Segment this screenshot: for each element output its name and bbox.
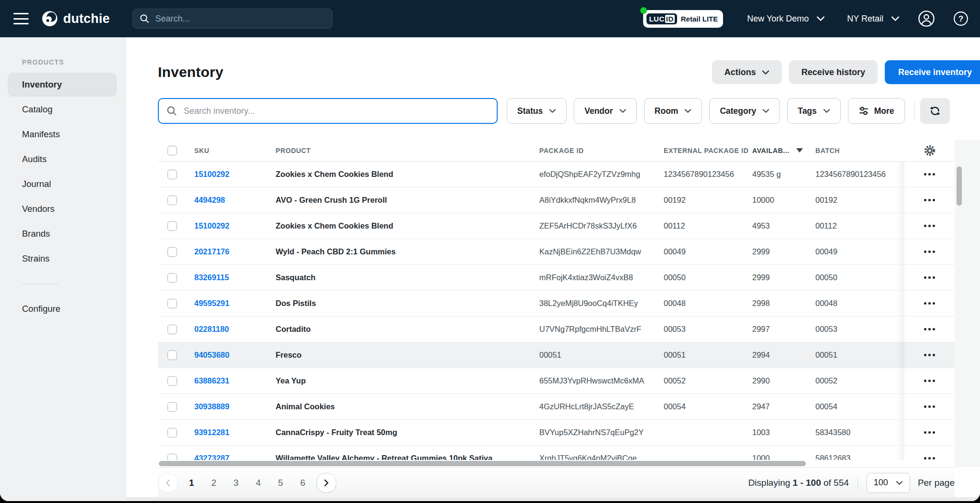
store-selector[interactable]: NY Retail (847, 14, 900, 24)
receive-inventory-button[interactable]: Receive inventory (885, 60, 980, 84)
page-number[interactable]: 1 (180, 478, 203, 488)
filter-dropdown[interactable]: Vendor (574, 98, 636, 124)
select-all-checkbox[interactable] (167, 146, 177, 155)
row-actions-button[interactable] (920, 350, 939, 360)
row-checkbox[interactable] (167, 273, 177, 283)
sidebar-item-configure[interactable]: Configure (8, 297, 117, 321)
table-row[interactable]: 02281180 Cortadito U7VNg7RpfgcmHhLTBaVzr… (158, 317, 955, 342)
row-actions-button[interactable] (920, 221, 939, 231)
sidebar-item[interactable]: Catalog (8, 98, 117, 121)
row-actions-button[interactable] (920, 324, 939, 334)
sku-link[interactable]: 15100292 (187, 221, 268, 230)
lucid-retail-lite-badge[interactable]: LUCID Retail LITE (643, 10, 723, 28)
next-page-button[interactable] (316, 473, 336, 493)
help-button[interactable]: ? (953, 11, 969, 26)
receive-history-button[interactable]: Receive history (789, 60, 878, 84)
sku-link[interactable]: 63886231 (187, 376, 268, 385)
row-checkbox[interactable] (167, 402, 177, 412)
sidebar-item[interactable]: Journal (8, 172, 117, 196)
column-header-available[interactable]: AVAILAB... (746, 147, 810, 154)
sidebar-item[interactable]: Brands (8, 222, 117, 246)
horizontal-scrollbar[interactable] (159, 461, 806, 466)
row-checkbox[interactable] (167, 299, 177, 308)
page-number[interactable]: 6 (292, 478, 314, 488)
table-row[interactable]: 15100292 Zookies x Chem Cookies Blend ZE… (158, 213, 955, 239)
per-page-label: Per page (918, 478, 955, 488)
package-id: A8iYdkkxfNqkm4WyPrx9L8 (534, 196, 658, 205)
table-row[interactable]: 49595291 Dos Pistils 38L2yeMj8U9ooCq4iTK… (158, 291, 955, 317)
page-number[interactable]: 3 (225, 478, 247, 488)
sidebar-item[interactable]: Inventory (8, 73, 117, 97)
filter-dropdown[interactable]: Category (709, 98, 780, 124)
column-header-batch[interactable]: BATCH (810, 147, 904, 154)
column-header-package-id[interactable]: PACKAGE ID (534, 147, 658, 154)
more-filters-button[interactable]: More (848, 98, 905, 124)
sku-link[interactable]: 83269115 (187, 273, 268, 282)
vertical-scrollbar[interactable] (957, 166, 962, 206)
table-row[interactable]: 30938889 Animal Cookies 4GzURHcLrt8jrJAS… (158, 394, 955, 420)
sku-link[interactable]: 93912281 (187, 428, 268, 437)
row-checkbox[interactable] (167, 170, 177, 179)
table-row[interactable]: 63886231 Yea Yup 655MJ3YvpRHwswctMc6xMA … (158, 368, 955, 394)
filter-dropdown[interactable]: Status (507, 98, 567, 124)
per-page-select[interactable]: 100 (867, 473, 910, 493)
previous-page-button[interactable] (158, 473, 178, 493)
row-checkbox[interactable] (167, 376, 177, 386)
filter-dropdown[interactable]: Tags (787, 98, 841, 124)
row-checkbox[interactable] (167, 247, 177, 257)
inventory-search-input[interactable] (158, 98, 498, 124)
table-row[interactable]: 15100292 Zookies x Chem Cookies Blend ef… (158, 162, 955, 187)
available-quantity: 2997 (746, 325, 810, 334)
row-actions-button[interactable] (920, 402, 939, 412)
dutchie-logo[interactable]: dutchie (41, 10, 110, 27)
page-number[interactable]: 2 (203, 478, 225, 488)
sku-link[interactable]: 15100292 (187, 170, 268, 179)
page-number[interactable]: 5 (269, 478, 292, 488)
row-actions-button[interactable] (920, 427, 939, 437)
sku-link[interactable]: 49595291 (187, 299, 268, 308)
table-row[interactable]: 83269115 Sasquatch mRFojK4xtiaz3WoiZ4vxB… (158, 265, 955, 291)
row-actions-cell (904, 187, 955, 213)
sidebar-item[interactable]: Vendors (8, 197, 117, 221)
sku-link[interactable]: 30938889 (187, 402, 268, 411)
row-checkbox[interactable] (167, 325, 177, 334)
inventory-search[interactable] (158, 98, 498, 124)
refresh-button[interactable] (920, 98, 950, 124)
organization-selector[interactable]: New York Demo (747, 14, 825, 24)
column-header-sku[interactable]: SKU (187, 147, 268, 154)
row-actions-button[interactable] (920, 273, 939, 283)
row-checkbox[interactable] (167, 221, 177, 231)
row-checkbox[interactable] (167, 428, 177, 437)
sku-link[interactable]: 02281180 (187, 325, 268, 334)
sku-link[interactable]: 94053680 (187, 350, 268, 360)
column-header-external-package-id[interactable]: EXTERNAL PACKAGE ID (658, 147, 746, 154)
hamburger-menu-icon[interactable] (13, 13, 29, 24)
row-actions-button[interactable] (920, 247, 939, 257)
global-search-input[interactable] (133, 9, 333, 29)
chevron-down-icon (684, 109, 691, 113)
chevron-down-icon (896, 481, 903, 485)
global-search[interactable] (133, 9, 333, 29)
actions-button[interactable]: Actions (712, 60, 782, 84)
row-checkbox[interactable] (167, 196, 177, 205)
page-number[interactable]: 4 (247, 478, 270, 488)
account-button[interactable] (918, 10, 935, 27)
row-checkbox[interactable] (167, 350, 177, 360)
table-row[interactable]: 94053680 Fresco 00051 00051 2994 00051 (158, 342, 955, 368)
table-row[interactable]: 4494298 AVO - Green Crush 1G Preroll A8i… (158, 187, 955, 213)
filter-dropdown[interactable]: Room (644, 98, 702, 124)
available-quantity: 2994 (746, 350, 810, 360)
table-row[interactable]: 20217176 Wyld - Peach CBD 2:1 Gummies Ka… (158, 239, 955, 265)
row-actions-button[interactable] (920, 169, 939, 179)
sidebar-item[interactable]: Audits (8, 147, 117, 171)
sku-link[interactable]: 4494298 (187, 196, 268, 205)
row-actions-button[interactable] (920, 376, 939, 386)
row-actions-button[interactable] (920, 195, 939, 205)
sidebar-item[interactable]: Manifests (8, 122, 117, 146)
table-row[interactable]: 93912281 CannaCrispy - Fruity Treat 50mg… (158, 420, 955, 446)
column-settings-button[interactable] (904, 144, 955, 157)
column-header-product[interactable]: PRODUCT (268, 147, 534, 154)
sku-link[interactable]: 20217176 (187, 247, 268, 256)
row-actions-button[interactable] (920, 298, 939, 308)
sidebar-item[interactable]: Strains (8, 247, 117, 271)
